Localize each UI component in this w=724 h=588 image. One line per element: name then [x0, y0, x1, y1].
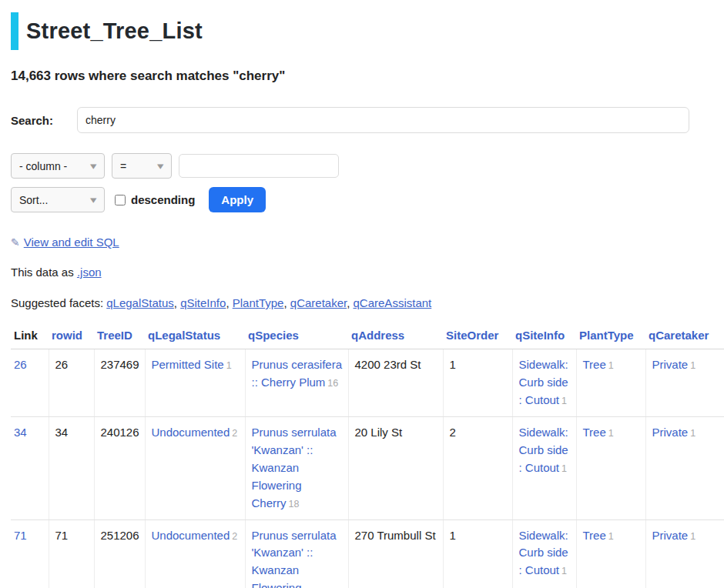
sort-row: Sort... descending Apply	[11, 187, 724, 212]
cell-qcaretaker: Private1	[645, 349, 724, 417]
cell-qspecies-link[interactable]: Prunus serrulata 'Kwanzan' :: Kwanzan Fl…	[252, 426, 337, 509]
cell-link: 71	[11, 520, 49, 588]
cell-qaddress: 20 Lily St	[348, 416, 443, 520]
facet-count: 1	[561, 396, 567, 406]
cell-planttype-link[interactable]: Tree	[583, 358, 606, 371]
facet-count: 18	[289, 499, 300, 509]
sort-link-treeid[interactable]: TreeID	[97, 329, 132, 342]
table-row: 3434240126Undocumented2Prunus serrulata …	[11, 416, 724, 520]
sort-link-siteorder[interactable]: SiteOrder	[446, 329, 498, 342]
col-header-qcaretaker: qCaretaker	[645, 325, 724, 349]
cell-qlegalstatus-link[interactable]: Permitted Site	[152, 358, 224, 371]
col-header-rowid: rowid	[49, 325, 94, 349]
facet-count: 2	[232, 428, 237, 439]
search-label: Search:	[11, 114, 77, 127]
sort-link-qsiteinfo[interactable]: qSiteInfo	[515, 329, 565, 342]
cell-qcaretaker-link[interactable]: Private	[652, 529, 689, 542]
sort-link-rowid[interactable]: rowid	[52, 329, 82, 342]
col-header-qaddress: qAddress	[348, 325, 443, 349]
col-header-qlegalstatus: qLegalStatus	[145, 325, 245, 349]
cell-qcaretaker-link[interactable]: Private	[652, 358, 689, 371]
table-row: 2626237469Permitted Site1Prunus cerasife…	[11, 349, 724, 417]
cell-qcaretaker-link[interactable]: Private	[652, 426, 689, 439]
sort-link-planttype[interactable]: PlantType	[579, 329, 634, 342]
search-input[interactable]	[77, 107, 689, 133]
cell-qspecies: Prunus serrulata 'Kwanzan' :: Kwanzan Fl…	[245, 416, 348, 520]
cell-planttype-link[interactable]: Tree	[583, 529, 606, 542]
cell-planttype-link[interactable]: Tree	[583, 426, 606, 439]
col-header-treeid: TreeID	[94, 325, 145, 349]
row-link[interactable]: 34	[14, 426, 27, 439]
operator-select-wrap: =	[112, 153, 172, 179]
col-header-siteorder: SiteOrder	[443, 325, 512, 349]
cell-treeid: 237469	[94, 349, 145, 417]
row-link[interactable]: 71	[14, 529, 27, 542]
filter-row: - column - =	[11, 153, 724, 179]
cell-qaddress: 270 Trumbull St	[348, 520, 443, 588]
operator-select[interactable]: =	[112, 153, 172, 179]
cell-qlegalstatus: Undocumented2	[145, 520, 245, 588]
facet-count: 1	[608, 360, 614, 371]
cell-qsiteinfo: Sidewalk: Curb side : Cutout1	[512, 349, 576, 417]
search-row: Search:	[11, 107, 724, 133]
sort-link-qaddress[interactable]: qAddress	[351, 329, 404, 342]
facet-count: 1	[561, 463, 567, 474]
sort-link-qlegalstatus[interactable]: qLegalStatus	[148, 329, 220, 342]
cell-siteorder: 2	[443, 416, 512, 520]
facet-count: 1	[608, 428, 614, 439]
facet-count: 16	[327, 378, 338, 389]
facet-link-qsiteinfo[interactable]: qSiteInfo	[180, 296, 226, 309]
col-header-planttype: PlantType	[576, 325, 645, 349]
cell-treeid: 240126	[94, 416, 145, 520]
col-header-qspecies: qSpecies	[245, 325, 348, 349]
row-link[interactable]: 26	[14, 358, 27, 371]
cell-qlegalstatus-link[interactable]: Undocumented	[152, 529, 230, 542]
facet-link-qcareassistant[interactable]: qCareAssistant	[354, 296, 432, 309]
sort-link-qcaretaker[interactable]: qCaretaker	[649, 329, 709, 342]
table-row: 7171251206Undocumented2Prunus serrulata …	[11, 520, 724, 588]
cell-treeid: 251206	[94, 520, 145, 588]
sort-link-qspecies[interactable]: qSpecies	[248, 329, 299, 342]
cell-qcaretaker: Private1	[645, 520, 724, 588]
row-count-summary: 14,663 rows where search matches "cherry…	[11, 68, 724, 84]
facet-count: 1	[561, 566, 567, 576]
results-table: LinkrowidTreeIDqLegalStatusqSpeciesqAddr…	[11, 325, 724, 588]
cell-qlegalstatus: Permitted Site1	[145, 349, 245, 417]
cell-planttype: Tree1	[576, 416, 645, 520]
cell-qaddress: 4200 23rd St	[348, 349, 443, 417]
column-select[interactable]: - column -	[11, 153, 105, 179]
facet-count: 1	[690, 360, 696, 371]
cell-siteorder: 1	[443, 520, 512, 588]
cell-qsiteinfo: Sidewalk: Curb side : Cutout1	[512, 520, 576, 588]
cell-rowid: 34	[49, 416, 94, 520]
cell-planttype: Tree1	[576, 520, 645, 588]
facet-count: 1	[226, 360, 232, 371]
suggested-facets: Suggested facets: qLegalStatus, qSiteInf…	[11, 296, 724, 309]
facet-link-planttype[interactable]: PlantType	[233, 296, 284, 309]
cell-link: 34	[11, 416, 49, 520]
cell-qlegalstatus-link[interactable]: Undocumented	[152, 426, 230, 439]
cell-rowid: 71	[49, 520, 94, 588]
descending-checkbox[interactable]	[115, 195, 126, 205]
cell-qspecies: Prunus serrulata 'Kwanzan' :: Kwanzan Fl…	[245, 520, 348, 588]
cell-siteorder: 1	[443, 349, 512, 417]
facet-count: 1	[690, 531, 696, 542]
pencil-icon: ✎	[11, 236, 20, 249]
facet-link-qlegalstatus[interactable]: qLegalStatus	[106, 296, 174, 309]
facet-count: 2	[232, 531, 237, 542]
cell-qspecies-link[interactable]: Prunus serrulata 'Kwanzan' :: Kwanzan Fl…	[252, 529, 337, 588]
page-title: Street_Tree_List	[11, 12, 724, 50]
facet-link-qcaretaker[interactable]: qCaretaker	[290, 296, 347, 309]
col-header-link: Link	[11, 325, 49, 349]
cell-qspecies: Prunus cerasifera :: Cherry Plum16	[245, 349, 348, 417]
view-edit-sql-link[interactable]: View and edit SQL	[24, 236, 119, 249]
sort-select[interactable]: Sort...	[11, 187, 105, 212]
apply-button[interactable]: Apply	[209, 187, 266, 212]
cell-planttype: Tree1	[576, 349, 645, 417]
filter-value-input[interactable]	[179, 154, 339, 178]
sort-select-wrap: Sort...	[11, 187, 105, 212]
column-select-wrap: - column -	[11, 153, 105, 179]
descending-checkbox-wrap[interactable]: descending	[115, 193, 195, 206]
facet-count: 1	[608, 531, 614, 542]
json-link[interactable]: .json	[77, 266, 102, 279]
